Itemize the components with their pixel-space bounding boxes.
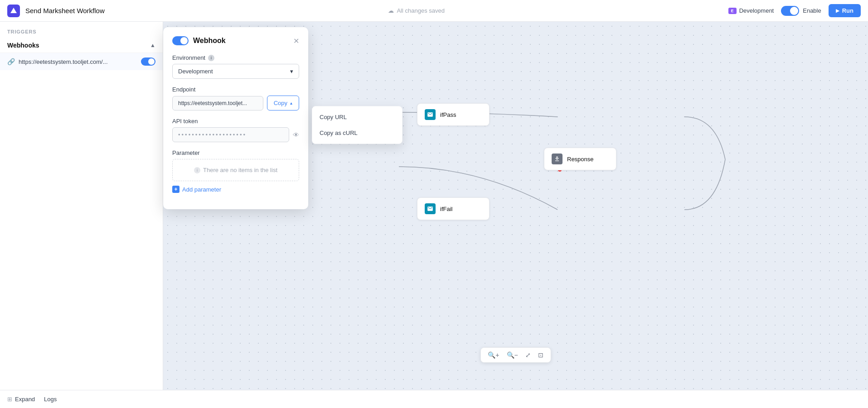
copy-url-item[interactable]: Copy URL — [312, 109, 402, 125]
no-items-text: i There are no items in the list — [194, 167, 277, 173]
endpoint-input: https://eetestsystem.tooljet... — [172, 96, 263, 110]
enable-toggle[interactable] — [781, 6, 799, 16]
close-icon[interactable]: ✕ — [293, 37, 299, 45]
eye-icon[interactable]: 👁 — [293, 131, 299, 139]
api-token-group: API token •••••••••••••••••••• 👁 — [172, 118, 299, 142]
chevron-down-icon: ▾ — [290, 68, 293, 75]
app-logo[interactable] — [7, 5, 20, 17]
parameter-label: Parameter — [172, 149, 299, 156]
plus-icon: + — [172, 186, 179, 193]
modal-toggle[interactable] — [172, 36, 189, 45]
environment-group: Environment i Development ▾ — [172, 54, 299, 79]
navbar: Send Marksheet Workflow ☁ All changes sa… — [0, 0, 868, 22]
endpoint-label: Endpoint — [172, 86, 299, 93]
environment-label: Environment i — [172, 54, 299, 61]
copy-chevron-icon: ▴ — [290, 101, 292, 106]
toggle-knob — [790, 7, 798, 15]
environment-value: Development — [178, 68, 213, 75]
add-parameter-button[interactable]: + Add parameter — [172, 186, 299, 193]
copy-curl-item[interactable]: Copy as cURL — [312, 125, 402, 141]
endpoint-group: Endpoint https://eetestsystem.tooljet...… — [172, 86, 299, 110]
parameter-group: Parameter i There are no items in the li… — [172, 149, 299, 193]
parameter-empty-box: i There are no items in the list — [172, 159, 299, 181]
page-title: Send Marksheet Workflow — [25, 7, 105, 14]
enable-label: Enable — [803, 7, 821, 14]
token-row: •••••••••••••••••••• 👁 — [172, 127, 299, 142]
copy-label: Copy — [274, 100, 287, 106]
modal-title: Webhook — [193, 37, 226, 45]
api-token-label: API token — [172, 118, 299, 125]
env-badge: E Development — [728, 7, 774, 14]
copy-dropdown-menu: Copy URL Copy as cURL — [312, 106, 402, 144]
navbar-right: E Development Enable ▶ Run — [728, 4, 861, 17]
env-icon: E — [728, 8, 737, 14]
save-status-text: All changes saved — [397, 7, 445, 14]
param-info-icon: i — [194, 167, 200, 173]
modal-overlay: Webhook ✕ Environment i Development ▾ En… — [0, 0, 868, 408]
copy-button[interactable]: Copy ▴ — [267, 96, 299, 110]
cloud-icon: ☁ — [388, 7, 394, 14]
modal-header-left: Webhook — [172, 36, 226, 45]
run-label: Run — [842, 7, 853, 14]
modal-toggle-knob — [180, 37, 188, 44]
webhook-modal: Webhook ✕ Environment i Development ▾ En… — [163, 27, 308, 209]
enable-toggle-container: Enable — [781, 6, 821, 16]
run-icon: ▶ — [836, 8, 839, 13]
run-button[interactable]: ▶ Run — [829, 4, 861, 17]
env-label: Development — [739, 7, 774, 14]
endpoint-value: https://eetestsystem.tooljet... — [178, 100, 247, 106]
environment-select[interactable]: Development ▾ — [172, 64, 299, 79]
navbar-left: Send Marksheet Workflow — [7, 5, 105, 17]
token-input[interactable]: •••••••••••••••••••• — [172, 127, 289, 142]
endpoint-row: https://eetestsystem.tooljet... Copy ▴ — [172, 96, 299, 110]
modal-header: Webhook ✕ — [172, 36, 299, 45]
save-status: ☁ All changes saved — [388, 7, 445, 14]
environment-info-icon: i — [208, 55, 214, 61]
